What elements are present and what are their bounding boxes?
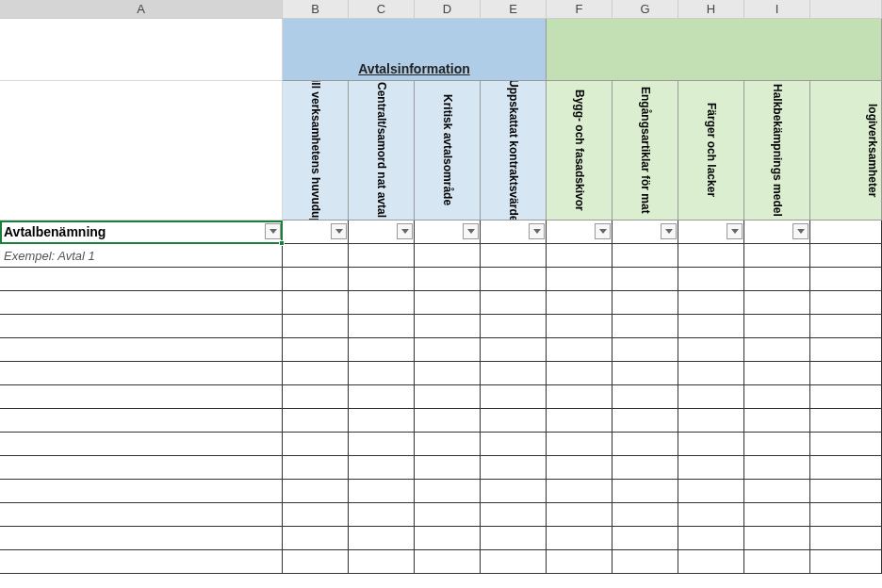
empty-cell[interactable] <box>612 480 678 503</box>
empty-cell[interactable] <box>547 291 612 315</box>
empty-cell[interactable] <box>349 527 415 550</box>
empty-cell[interactable] <box>349 433 415 456</box>
empty-cell[interactable] <box>283 315 349 338</box>
col-header-f[interactable]: F <box>547 0 612 18</box>
empty-cell[interactable] <box>0 550 283 574</box>
filter-cell-rest[interactable] <box>810 220 882 244</box>
empty-cell[interactable] <box>283 456 349 480</box>
empty-cell[interactable] <box>810 338 882 362</box>
empty-cell[interactable] <box>744 315 810 338</box>
data-cell-a[interactable]: Exempel: Avtal 1 <box>0 244 283 268</box>
filter-cell-b[interactable] <box>283 220 349 244</box>
empty-cell[interactable] <box>283 268 349 291</box>
vert-header-f[interactable]: Bygg- och fasadskivor <box>547 81 612 220</box>
empty-cell[interactable] <box>0 527 283 550</box>
empty-cell[interactable] <box>744 362 810 385</box>
filter-cell-f[interactable] <box>547 220 612 244</box>
col-header-g[interactable]: G <box>612 0 678 18</box>
col-header-d[interactable]: D <box>415 0 481 18</box>
empty-cell[interactable] <box>349 362 415 385</box>
empty-cell[interactable] <box>547 456 612 480</box>
filter-button-b[interactable] <box>331 223 347 239</box>
empty-cell[interactable] <box>547 480 612 503</box>
empty-cell[interactable] <box>349 338 415 362</box>
empty-cell[interactable] <box>0 338 283 362</box>
empty-cell[interactable] <box>415 550 481 574</box>
empty-cell[interactable] <box>481 338 547 362</box>
empty-cell[interactable] <box>481 503 547 527</box>
empty-cell[interactable] <box>481 480 547 503</box>
data-cell-h[interactable] <box>678 244 744 268</box>
vert-header-j[interactable]: logiverksamheter <box>810 81 882 220</box>
empty-cell[interactable] <box>744 503 810 527</box>
vert-header-g[interactable]: Engångsartiklar för mat <box>612 81 678 220</box>
data-cell-c[interactable] <box>349 244 415 268</box>
empty-cell[interactable] <box>481 268 547 291</box>
empty-cell[interactable] <box>612 315 678 338</box>
empty-cell[interactable] <box>678 456 744 480</box>
filter-cell-c[interactable] <box>349 220 415 244</box>
empty-cell[interactable] <box>612 409 678 433</box>
empty-cell[interactable] <box>612 291 678 315</box>
empty-cell[interactable] <box>678 409 744 433</box>
empty-cell[interactable] <box>415 315 481 338</box>
filter-cell-a[interactable]: Avtalbenämning <box>0 220 283 244</box>
empty-cell[interactable] <box>481 315 547 338</box>
empty-cell[interactable] <box>612 338 678 362</box>
cell-a1[interactable] <box>0 19 283 81</box>
empty-cell[interactable] <box>0 362 283 385</box>
empty-cell[interactable] <box>678 550 744 574</box>
data-cell-g[interactable] <box>612 244 678 268</box>
empty-cell[interactable] <box>283 550 349 574</box>
empty-cell[interactable] <box>415 385 481 409</box>
empty-cell[interactable] <box>0 385 283 409</box>
empty-cell[interactable] <box>0 268 283 291</box>
empty-cell[interactable] <box>0 480 283 503</box>
empty-cell[interactable] <box>349 550 415 574</box>
filter-button-c[interactable] <box>397 223 413 239</box>
filter-button-h[interactable] <box>727 223 743 239</box>
empty-cell[interactable] <box>678 338 744 362</box>
empty-cell[interactable] <box>415 268 481 291</box>
empty-cell[interactable] <box>481 527 547 550</box>
empty-cell[interactable] <box>810 503 882 527</box>
empty-cell[interactable] <box>810 385 882 409</box>
vert-header-h[interactable]: Färger och lacker <box>678 81 744 220</box>
filter-cell-h[interactable] <box>678 220 744 244</box>
empty-cell[interactable] <box>547 385 612 409</box>
col-header-rest[interactable] <box>810 0 882 18</box>
empty-cell[interactable] <box>547 550 612 574</box>
empty-cell[interactable] <box>283 409 349 433</box>
data-cell-b[interactable] <box>283 244 349 268</box>
empty-cell[interactable] <box>810 456 882 480</box>
empty-cell[interactable] <box>415 503 481 527</box>
empty-cell[interactable] <box>0 291 283 315</box>
empty-cell[interactable] <box>547 315 612 338</box>
empty-cell[interactable] <box>612 362 678 385</box>
filter-cell-d[interactable] <box>415 220 481 244</box>
empty-cell[interactable] <box>744 550 810 574</box>
data-cell-d[interactable] <box>415 244 481 268</box>
col-header-e[interactable]: E <box>481 0 547 18</box>
empty-cell[interactable] <box>678 315 744 338</box>
col-header-i[interactable]: I <box>744 0 810 18</box>
vert-header-d[interactable]: Kritisk avtalsområde <box>415 81 481 220</box>
col-header-b[interactable]: B <box>283 0 349 18</box>
filter-button-e[interactable] <box>529 223 545 239</box>
empty-cell[interactable] <box>678 480 744 503</box>
empty-cell[interactable] <box>481 362 547 385</box>
vert-header-c[interactable]: Centralt/samord nat avtal <box>349 81 415 220</box>
empty-cell[interactable] <box>283 480 349 503</box>
empty-cell[interactable] <box>0 409 283 433</box>
empty-cell[interactable] <box>810 291 882 315</box>
empty-cell[interactable] <box>810 268 882 291</box>
empty-cell[interactable] <box>415 362 481 385</box>
empty-cell[interactable] <box>810 527 882 550</box>
empty-cell[interactable] <box>547 338 612 362</box>
empty-cell[interactable] <box>415 527 481 550</box>
empty-cell[interactable] <box>349 503 415 527</box>
empty-cell[interactable] <box>349 409 415 433</box>
vert-header-b[interactable]: Bidra till verksamhetens huvuduppdrag <box>283 81 349 220</box>
empty-cell[interactable] <box>612 456 678 480</box>
empty-cell[interactable] <box>678 291 744 315</box>
